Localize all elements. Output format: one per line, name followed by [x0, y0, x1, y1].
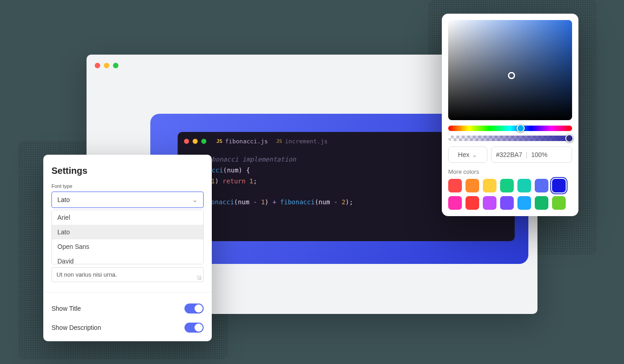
color-swatch[interactable] — [500, 196, 514, 210]
tab-label: increment.js — [285, 138, 327, 145]
settings-panel: Settings Font type Lato ⌄ Ariel Lato Ope… — [43, 155, 212, 341]
close-icon[interactable] — [95, 63, 100, 68]
code-operator: - — [334, 198, 342, 206]
color-opacity-value: 100% — [531, 151, 547, 158]
font-option-ariel[interactable]: Ariel — [52, 210, 203, 225]
font-type-label: Font type — [51, 183, 204, 189]
maximize-icon[interactable] — [201, 139, 206, 144]
color-swatch[interactable] — [483, 196, 496, 210]
code-text: ; — [253, 177, 257, 185]
code-text: ) — [265, 198, 272, 206]
code-operator: + — [272, 198, 280, 206]
hue-thumb[interactable] — [517, 124, 525, 132]
js-icon: JS — [276, 138, 282, 144]
code-keyword: return — [223, 177, 250, 185]
code-text: (num — [234, 198, 253, 206]
color-format-select[interactable]: Hex ⌄ — [448, 147, 487, 163]
code-fn-call: fibonacci — [280, 198, 315, 206]
close-icon[interactable] — [184, 139, 189, 144]
hue-slider[interactable] — [448, 126, 572, 131]
code-operator: - — [253, 198, 261, 206]
color-format-value: Hex — [458, 151, 470, 158]
code-text: (num — [315, 198, 334, 206]
color-swatch[interactable] — [552, 179, 566, 192]
window-controls — [95, 63, 118, 68]
color-swatch[interactable] — [500, 179, 514, 192]
toggle-show-title-row: Show Title — [51, 299, 204, 318]
color-swatch[interactable] — [552, 196, 566, 210]
settings-title: Settings — [51, 166, 204, 176]
saturation-field[interactable] — [448, 20, 572, 120]
color-picker: Hex ⌄ #322BA7 | 100% More colors — [442, 14, 578, 216]
font-option-lato[interactable]: Lato — [52, 225, 203, 239]
color-swatch[interactable] — [465, 196, 479, 210]
minimize-icon[interactable] — [193, 139, 198, 144]
toggle-label: Show Description — [51, 324, 101, 331]
color-swatch[interactable] — [517, 179, 531, 192]
alpha-thumb[interactable] — [565, 134, 573, 142]
code-number: 1 — [250, 177, 253, 185]
color-swatch[interactable] — [535, 179, 548, 192]
more-colors-label: More colors — [448, 168, 572, 175]
description-textarea[interactable]: Ut non varius nisi urna. — [51, 267, 204, 282]
saturation-cursor-icon[interactable] — [508, 72, 515, 79]
font-type-dropdown[interactable]: Ariel Lato Open Sans David — [51, 210, 204, 264]
editor-tab-increment[interactable]: JS increment.js — [276, 138, 327, 145]
chevron-down-icon: ⌄ — [192, 196, 198, 203]
color-value-input[interactable]: #322BA7 | 100% — [491, 147, 572, 163]
color-swatch[interactable] — [448, 196, 462, 210]
minimize-icon[interactable] — [104, 63, 109, 68]
color-swatch[interactable] — [517, 196, 531, 210]
color-swatch[interactable] — [448, 179, 462, 192]
editor-tab-fibonacci[interactable]: JS fibonacci.js — [216, 138, 268, 145]
alpha-slider[interactable] — [448, 136, 572, 141]
color-swatch[interactable] — [535, 196, 548, 210]
color-swatch[interactable] — [465, 179, 479, 192]
toggle-show-title[interactable] — [184, 303, 204, 313]
toggle-show-description[interactable] — [184, 323, 204, 333]
font-option-david[interactable]: David — [52, 254, 203, 264]
tab-label: fibonacci.js — [225, 138, 268, 145]
code-text: (num) { — [223, 167, 250, 174]
toggle-show-description-row: Show Description — [51, 318, 204, 337]
separator: | — [526, 151, 528, 158]
divider — [43, 292, 212, 293]
select-value: Lato — [57, 196, 70, 203]
toggle-label: Show Title — [51, 305, 81, 312]
code-text: ); — [345, 198, 353, 206]
font-option-opensans[interactable]: Open Sans — [52, 239, 203, 254]
js-icon: JS — [216, 138, 222, 144]
chevron-down-icon: ⌄ — [472, 151, 477, 158]
color-swatch[interactable] — [483, 179, 496, 192]
color-hex-value: #322BA7 — [496, 151, 522, 158]
swatch-grid — [448, 179, 572, 210]
font-type-select[interactable]: Lato ⌄ — [51, 192, 204, 208]
maximize-icon[interactable] — [113, 63, 118, 68]
code-text: ) — [215, 177, 223, 185]
editor-window-controls — [184, 139, 206, 144]
textarea-value: Ut non varius nisi urna. — [56, 271, 117, 278]
